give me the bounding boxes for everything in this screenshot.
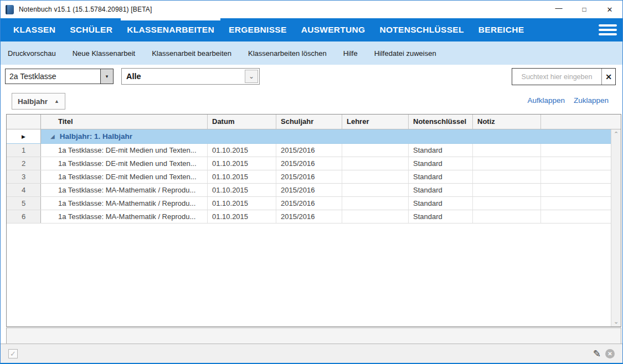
hamburger-menu-icon[interactable] — [599, 24, 617, 36]
cell-notiz — [473, 157, 541, 170]
toolbar-klassenarbeiten-loeschen[interactable]: Klassenarbeiten löschen — [248, 49, 327, 58]
maximize-button[interactable]: □ — [571, 1, 597, 18]
menu-item-schueler[interactable]: SCHÜLER — [63, 18, 120, 41]
table-row[interactable]: 4 1a Testklasse: MA-Mathematik / Reprodu… — [7, 184, 611, 197]
menu-item-ergebnisse[interactable]: ERGEBNISSE — [222, 18, 294, 41]
app-icon[interactable] — [6, 5, 14, 14]
row-number[interactable]: 2 — [7, 157, 41, 170]
cell-schuljahr: 2015/2016 — [276, 197, 342, 210]
search-clear-icon[interactable]: ✕ — [601, 69, 615, 85]
toolbar-hilfedatei-zuweisen[interactable]: Hilfedatei zuweisen — [374, 49, 436, 58]
search-input[interactable] — [512, 69, 601, 85]
status-bar: ✓ ✎ ✕ — [1, 344, 622, 363]
toolbar-klassenarbeit-bearbeiten[interactable]: Klassenarbeit bearbeiten — [152, 49, 231, 58]
minimize-button[interactable]: — — [546, 1, 571, 18]
toolbar-hilfe[interactable]: Hilfe — [343, 49, 358, 58]
class-combobox[interactable]: 2a Testklasse ▾ — [5, 69, 114, 84]
cell-notenschluessel: Standard — [409, 184, 473, 196]
row-number[interactable]: 5 — [7, 197, 41, 210]
table-row[interactable]: 1 1a Testklasse: DE-mit Medien und Texte… — [7, 144, 611, 157]
filter-combobox-value: Alle — [122, 69, 244, 84]
class-combobox-value: 2a Testklasse — [6, 69, 100, 84]
toolbar-neue-klassenarbeit[interactable]: Neue Klassenarbeit — [73, 49, 135, 58]
grid-footer-strip — [6, 327, 621, 344]
cell-notenschluessel: Standard — [409, 170, 473, 183]
column-header-titel[interactable]: Titel — [41, 115, 208, 129]
group-by-chip-halbjahr[interactable]: Halbjahr ▲ — [12, 93, 65, 110]
row-number[interactable]: 4 — [7, 184, 41, 196]
column-header-notenschluessel[interactable]: Notenschlüssel — [409, 115, 473, 129]
group-row-label: Halbjahr: 1. Halbjahr — [60, 132, 132, 141]
row-number[interactable]: 1 — [7, 144, 41, 157]
scroll-up-icon[interactable]: ⌃ — [611, 129, 621, 139]
cell-datum: 01.10.2015 — [208, 210, 276, 223]
cell-empty — [541, 184, 611, 196]
cell-schuljahr: 2015/2016 — [276, 157, 342, 170]
sort-ascending-icon: ▲ — [54, 98, 59, 104]
cell-schuljahr: 2015/2016 — [276, 210, 342, 223]
cancel-circle-icon[interactable]: ✕ — [605, 349, 615, 358]
collapse-all-link[interactable]: Zuklappen — [574, 96, 609, 105]
filter-bar: 2a Testklasse ▾ Alle ⌄ ✕ — [1, 65, 622, 90]
cell-lehrer — [342, 197, 409, 210]
column-header-lehrer[interactable]: Lehrer — [342, 115, 409, 129]
table-row[interactable]: 5 1a Testklasse: MA-Mathematik / Reprodu… — [7, 197, 611, 210]
table-row[interactable]: 6 1a Testklasse: MA-Mathematik / Reprodu… — [7, 210, 611, 223]
status-icons: ✎ ✕ — [593, 348, 615, 360]
cell-lehrer — [342, 210, 409, 223]
action-toolbar: Druckvorschau Neue Klassenarbeit Klassen… — [1, 41, 622, 65]
menu-item-auswertung[interactable]: AUSWERTUNG — [294, 18, 373, 41]
edit-pencil-icon[interactable]: ✎ — [593, 348, 601, 360]
row-number[interactable]: 3 — [7, 170, 41, 183]
row-number[interactable]: 6 — [7, 210, 41, 223]
cell-schuljahr: 2015/2016 — [276, 144, 342, 157]
toolbar-druckvorschau[interactable]: Druckvorschau — [8, 49, 56, 58]
dropdown-arrow-icon[interactable]: ▾ — [100, 69, 113, 84]
column-header-datum[interactable]: Datum — [208, 115, 276, 129]
cell-notiz — [473, 170, 541, 183]
app-window: Notenbuch v15.1 (15.1.5784.20981) [BETA]… — [0, 0, 623, 364]
cell-titel: 1a Testklasse: MA-Mathematik / Reprodu..… — [41, 184, 208, 196]
table-row[interactable]: 2 1a Testklasse: DE-mit Medien und Texte… — [7, 157, 611, 170]
cell-empty — [541, 144, 611, 157]
column-header-notiz[interactable]: Notiz — [473, 115, 541, 129]
filter-combobox[interactable]: Alle ⌄ — [121, 68, 260, 85]
vertical-scrollbar[interactable]: ⌃ ⌄ — [611, 129, 621, 326]
cell-notiz — [473, 144, 541, 157]
expand-all-link[interactable]: Aufklappen — [527, 96, 565, 105]
menu-item-notenschluessel[interactable]: NOTENSCHLÜSSEL — [372, 18, 471, 41]
cell-datum: 01.10.2015 — [208, 197, 276, 210]
klassenarbeiten-grid: Titel Datum Schuljahr Lehrer Notenschlüs… — [6, 114, 621, 327]
cell-notiz — [473, 197, 541, 210]
group-panel: Halbjahr ▲ Aufklappen Zuklappen — [1, 90, 622, 114]
cell-empty — [541, 197, 611, 210]
cell-lehrer — [342, 184, 409, 196]
cell-titel: 1a Testklasse: DE-mit Medien und Texten.… — [41, 157, 208, 170]
group-row-cell[interactable]: ◢ Halbjahr: 1. Halbjahr — [41, 129, 611, 144]
search-box: ✕ — [512, 68, 616, 85]
status-checkbox[interactable]: ✓ — [8, 349, 18, 358]
cell-datum: 01.10.2015 — [208, 184, 276, 196]
cell-notenschluessel: Standard — [409, 210, 473, 223]
window-controls: — □ ✕ — [546, 1, 622, 18]
cell-titel: 1a Testklasse: MA-Mathematik / Reprodu..… — [41, 197, 208, 210]
table-row[interactable]: 3 1a Testklasse: DE-mit Medien und Texte… — [7, 170, 611, 184]
cell-titel: 1a Testklasse: DE-mit Medien und Texten.… — [41, 170, 208, 183]
cell-datum: 01.10.2015 — [208, 144, 276, 157]
cell-datum: 01.10.2015 — [208, 157, 276, 170]
cell-notenschluessel: Standard — [409, 197, 473, 210]
menu-item-klassenarbeiten[interactable]: KLASSENARBEITEN — [120, 18, 222, 41]
menu-item-bereiche[interactable]: BEREICHE — [471, 18, 532, 41]
cell-empty — [541, 210, 611, 223]
scroll-down-icon[interactable]: ⌄ — [611, 317, 621, 326]
row-selector-icon[interactable]: ▶ — [7, 129, 41, 144]
chevron-down-icon[interactable]: ⌄ — [245, 70, 258, 83]
close-button[interactable]: ✕ — [597, 1, 622, 18]
group-row-halbjahr[interactable]: ▶ ◢ Halbjahr: 1. Halbjahr — [7, 129, 611, 144]
menu-item-klassen[interactable]: KLASSEN — [6, 18, 63, 41]
cell-lehrer — [342, 170, 409, 183]
group-expanded-icon[interactable]: ◢ — [50, 133, 55, 139]
group-chip-label: Halbjahr — [18, 97, 48, 106]
column-header-schuljahr[interactable]: Schuljahr — [276, 115, 342, 129]
expand-collapse-links: Aufklappen Zuklappen — [527, 96, 609, 105]
